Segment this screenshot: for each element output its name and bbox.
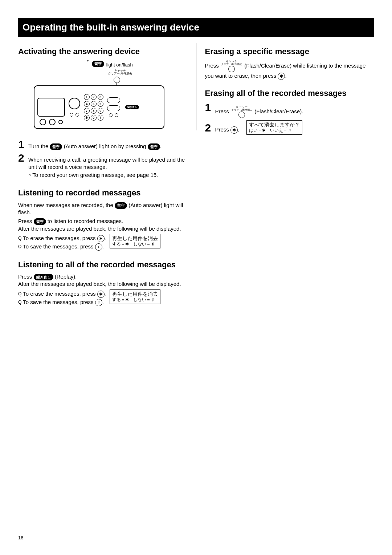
step-1-activating: Turn the 留守 (Auto answer) light on by pr… [28, 139, 187, 150]
key-9: 9 [98, 108, 103, 114]
erase-all-step1: Press キャッチ クリアー/用件消去 (Flash/Clear/Erase)… [215, 102, 374, 118]
bottom-left-buttons [40, 119, 63, 125]
small-buttons [70, 113, 79, 117]
bullet-icon: Q [18, 243, 21, 251]
rusu-button-diagram-top: 留守 [92, 61, 104, 67]
key-8: 8 [91, 108, 97, 114]
device-screen [37, 98, 65, 117]
heading-erase-specific: Erasing a specific message [205, 47, 374, 56]
save-bullet: Q To save the messages, press ♯. [18, 299, 106, 306]
flash-clear-erase-button-icon: キャッチ クリアー/用件消去 [221, 60, 242, 72]
catch-clear-button-diagram [114, 77, 120, 83]
save-bullet: Q To save the messages, press ♯. [18, 243, 106, 251]
key-4: 4 [84, 101, 90, 107]
heading-activating: Activating the answering device [18, 47, 187, 56]
rusu-button-icon: 留守 [148, 143, 160, 150]
key-3: 3 [98, 94, 103, 100]
star-button-icon: ✱ [97, 291, 105, 298]
light-flash-icon: ✦ [86, 59, 89, 63]
hash-button-icon: ♯ [95, 299, 102, 306]
bullet-icon: Q [18, 299, 21, 306]
page-title-bar: Operating the built-in answering device [18, 18, 374, 37]
flash-clear-erase-button-icon: キャッチ クリアー/用件消去 [231, 106, 252, 118]
key-7: 7 [84, 108, 90, 114]
hash-button-icon: ♯ [95, 243, 102, 251]
step-number: 1 [18, 139, 26, 150]
column-divider [196, 43, 196, 130]
step-2-activating: When receiving a call, a greeting messag… [28, 153, 187, 179]
key-0: 0 [91, 115, 97, 121]
callout-line [95, 67, 95, 85]
light-on-flash-label: light on/flash [106, 62, 133, 68]
lcd-display-box: 再生した用件を消去 する＝✱ しない＝♯ [110, 234, 160, 248]
lcd-display-box: すべて消去しますか？ はい＝✱ いいえ＝♯ [246, 120, 302, 135]
oval-button [107, 105, 120, 111]
device-diagram: ✦ 留守 light on/flash キャッチ クリアー/用件消去 [34, 60, 172, 133]
key-star: ✱ [84, 115, 90, 121]
small-buttons [109, 113, 118, 117]
bullet-icon: ○ [28, 171, 31, 179]
heading-listening-all: Listening to all of the recorded message… [18, 260, 187, 270]
listening-para1: When new messages are recorded, the 留守 (… [18, 202, 187, 216]
star-button-icon: ✱ [278, 73, 285, 80]
oval-button [107, 97, 120, 103]
rusu-button-icon: 留守 [50, 143, 62, 150]
left-column: Activating the answering device ✦ 留守 lig… [18, 43, 187, 306]
listening-para3: After the messages are played back, the … [18, 225, 187, 232]
keypad: 1 2 3 4 5 6 7 8 9 ✱ 0 ♯ [84, 94, 103, 121]
replay-button-diagram: 聞き直し [125, 105, 139, 109]
erase-bullet: Q To erase the messages, press ✱. [18, 290, 106, 298]
page-number: 16 [18, 535, 23, 540]
lcd-display-box: 再生した用件を消去 する＝✱ しない＝♯ [110, 289, 160, 304]
step-number: 2 [18, 153, 26, 163]
step-number: 1 [205, 102, 213, 113]
listen-all-para2: After the messages are played back, the … [18, 280, 187, 288]
heading-listening: Listening to recorded messages [18, 188, 187, 198]
key-hash: ♯ [98, 115, 103, 121]
erase-bullet: Q To erase the messages, press ✱. [18, 235, 106, 242]
nav-pad [69, 98, 80, 109]
star-button-icon: ✱ [230, 126, 238, 134]
rusu-button-icon: 留守 [34, 218, 46, 225]
listening-para2: Press 留守 to listen to recorded messages. [18, 218, 187, 225]
rusu-button-icon: 留守 [115, 202, 127, 209]
right-column: Erasing a specific message Press キャッチ クリ… [205, 43, 374, 306]
key-2: 2 [91, 94, 97, 100]
bullet-icon: Q [18, 235, 21, 242]
bullet-icon: Q [18, 290, 21, 298]
key-6: 6 [98, 101, 103, 107]
erase-specific-text: Press キャッチ クリアー/用件消去 (Flash/Clear/Erase)… [205, 60, 374, 80]
key-1: 1 [84, 94, 90, 100]
step-number: 2 [205, 122, 213, 133]
replay-button-icon: 聞き直し [34, 274, 53, 280]
key-5: 5 [91, 101, 97, 107]
phone-base-device: 1 2 3 4 5 6 7 8 9 ✱ 0 ♯ [34, 85, 164, 129]
catch-clear-label: キャッチ クリアー/用件消去 [108, 69, 132, 75]
heading-erase-all: Erasing all of the recorded messages [205, 89, 374, 98]
star-button-icon: ✱ [97, 235, 105, 242]
erase-all-step2: Press ✱. [215, 122, 240, 134]
listen-all-para1: Press 聞き直し (Replay). [18, 273, 187, 280]
